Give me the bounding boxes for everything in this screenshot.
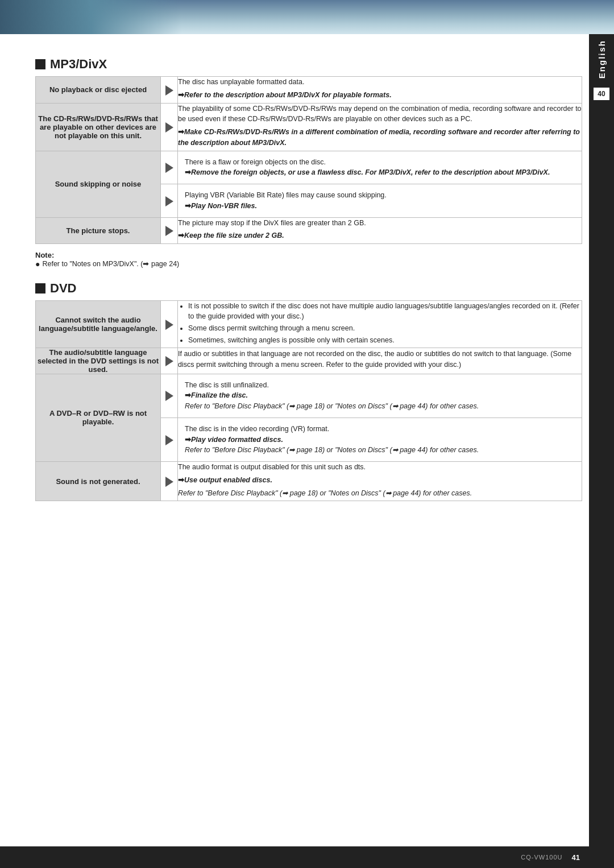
- arrow-icon: [165, 226, 173, 236]
- main-content: MP3/DivX No playback or disc ejected The…: [35, 34, 582, 530]
- mp3-row1-arrow: [161, 77, 178, 104]
- dvd-row3b-arrow: [161, 418, 178, 461]
- list-item: Sometimes, switching angles is possible …: [188, 335, 582, 345]
- arrow-icon: [165, 435, 173, 445]
- mp3-row3b-arrow: [161, 184, 178, 218]
- dvd-row1-left: Cannot switch the audio language/subtitl…: [36, 301, 161, 348]
- table-row: Cannot switch the audio language/subtitl…: [36, 301, 582, 348]
- note-item: ● Refer to "Notes on MP3/DivX". (➡ page …: [35, 259, 582, 268]
- list-item: Some discs permit switching through a me…: [188, 323, 582, 333]
- arrow-icon: [165, 391, 173, 401]
- dvd-row2-right: If audio or subtitles in that language a…: [178, 348, 582, 374]
- dvd-row2-left: The audio/subtitle language selected in …: [36, 348, 161, 374]
- arrow-icon: [165, 477, 173, 487]
- dvd-row3-left: A DVD–R or DVD–RW is not playable.: [36, 374, 161, 462]
- arrow-icon: [165, 122, 173, 133]
- mp3-row3-right-bottom: Playing VBR (Variable Bit Rate) files ma…: [178, 184, 582, 218]
- right-sidebar: English 40: [589, 34, 614, 868]
- arrow-icon: [165, 163, 173, 173]
- mp3-row2-arrow: [161, 103, 178, 151]
- table-row: Sound is not generated. The audio format…: [36, 462, 582, 501]
- brand-label: CQ-VW100U: [521, 854, 562, 861]
- dvd-row3-arrow: [161, 374, 178, 418]
- mp3-row4-right: The picture may stop if the DivX files a…: [178, 217, 582, 244]
- sidebar-language-label: English: [597, 40, 607, 78]
- dvd-section-header: DVD: [35, 281, 582, 296]
- table-row: No playback or disc ejected The disc has…: [36, 77, 582, 104]
- mp3-section-title: MP3/DivX: [50, 57, 107, 72]
- mp3-row1-left: No playback or disc ejected: [36, 77, 161, 104]
- mp3-trouble-table: No playback or disc ejected The disc has…: [35, 76, 582, 244]
- dvd-row4-arrow: [161, 462, 178, 501]
- dvd-row1-arrow: [161, 301, 178, 348]
- arrow-icon: [165, 85, 173, 96]
- sidebar-page-number: 40: [594, 88, 609, 100]
- mp3-row4-left: The picture stops.: [36, 217, 161, 244]
- dvd-row2-arrow: [161, 348, 178, 374]
- arrow-icon: [165, 196, 173, 206]
- dvd-row3-right-bottom: The disc is in the video recording (VR) …: [178, 418, 582, 461]
- dvd-trouble-table: Cannot switch the audio language/subtitl…: [35, 300, 582, 501]
- dvd-section-square-icon: [35, 283, 45, 294]
- table-row: The picture stops. The picture may stop …: [36, 217, 582, 244]
- mp3-row3-left: Sound skipping or noise: [36, 151, 161, 217]
- mp3-note: Note: ● Refer to "Notes on MP3/DivX". (➡…: [35, 251, 582, 268]
- note-title: Note:: [35, 251, 54, 259]
- mp3-row4-arrow: [161, 217, 178, 244]
- arrow-icon: [165, 356, 173, 366]
- bottom-bar: CQ-VW100U 41: [0, 846, 589, 868]
- arrow-icon: [165, 320, 173, 330]
- dvd-row1-right: It is not possible to switch if the disc…: [178, 301, 582, 348]
- note-item-text: Refer to "Notes on MP3/DivX". (➡ page 24…: [42, 259, 179, 268]
- mp3-section-square-icon: [35, 59, 45, 69]
- mp3-row3-arrow: [161, 151, 178, 184]
- top-banner: [0, 0, 614, 34]
- dvd-section-title: DVD: [50, 281, 76, 296]
- table-row: Sound skipping or noise There is a flaw …: [36, 151, 582, 184]
- mp3-row3-right-top: There is a flaw or foreign objects on th…: [178, 151, 582, 184]
- table-row: A DVD–R or DVD–RW is not playable. The d…: [36, 374, 582, 418]
- mp3-row1-right: The disc has unplayable formatted data. …: [178, 77, 582, 104]
- dvd-row4-left: Sound is not generated.: [36, 462, 161, 501]
- table-row: The CD-Rs/RWs/DVD-Rs/RWs that are playab…: [36, 103, 582, 151]
- mp3-row2-right: The playability of some CD-Rs/RWs/DVD-Rs…: [178, 103, 582, 151]
- table-row: The audio/subtitle language selected in …: [36, 348, 582, 374]
- list-item: It is not possible to switch if the disc…: [188, 301, 582, 321]
- bottom-page-number: 41: [572, 853, 580, 862]
- mp3-section-header: MP3/DivX: [35, 57, 582, 72]
- dvd-row3-right-top: The disc is still unfinalized. Finalize …: [178, 374, 582, 418]
- mp3-row2-left: The CD-Rs/RWs/DVD-Rs/RWs that are playab…: [36, 103, 161, 151]
- dvd-row4-right: The audio format is output disabled for …: [178, 462, 582, 501]
